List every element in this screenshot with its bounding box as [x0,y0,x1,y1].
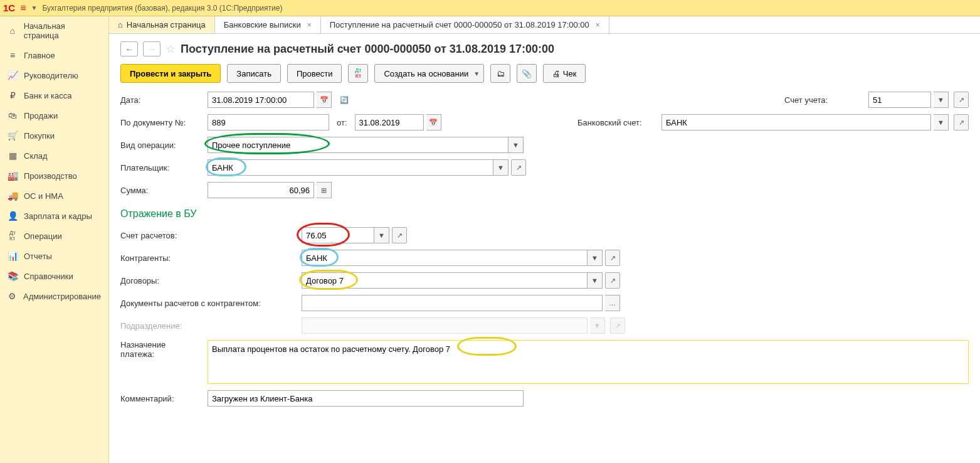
account-label: Счет учета: [784,95,866,105]
more-button[interactable]: … [605,295,620,311]
contracts-input[interactable] [302,272,587,289]
sidebar-item-admin[interactable]: ⚙Администрирование [0,286,108,306]
ruble-icon: ₽ [8,90,18,100]
calendar-button[interactable]: 📅 [426,114,441,130]
bag-icon: 🛍 [8,110,18,120]
save-button[interactable]: Записать [227,64,281,83]
sidebar-item-assets[interactable]: 🚚ОС и НМА [0,186,108,206]
bars-icon: 📊 [8,251,18,261]
tab-bank-statements[interactable]: Банковские выписки× [215,16,321,33]
person-icon: 👤 [8,211,18,221]
date-input[interactable] [208,92,314,108]
sidebar-item-production[interactable]: 🏭Производство [0,166,108,186]
tab-document[interactable]: Поступление на расчетный счет 0000-00005… [321,16,609,33]
sum-input[interactable] [208,182,314,198]
home-icon: ⌂ [8,26,18,36]
open-button[interactable]: ↗ [392,227,407,243]
payer-input[interactable] [208,159,493,176]
post-button[interactable]: Провести [287,64,342,83]
sidebar-item-label: Администрирование [23,292,101,301]
dropdown-icon[interactable]: ▼ [31,4,38,11]
dropdown-button[interactable]: ▼ [934,114,949,130]
sidebar-item-home[interactable]: ⌂Начальная страница [0,16,108,45]
comment-label: Комментарий: [120,394,205,403]
factory-icon: 🏭 [8,171,18,181]
sidebar-item-label: Производство [24,171,77,181]
sidebar-item-purchases[interactable]: 🛒Покупки [0,125,108,146]
purpose-textarea[interactable] [208,340,969,384]
department-input [302,317,587,334]
open-button[interactable]: ↗ [954,114,969,130]
logo-1c-icon: 1C [3,3,15,13]
hierarchy-icon: 🗂 [497,69,505,78]
date-label: Дата: [120,95,205,105]
op-type-input[interactable] [208,137,508,153]
book-icon: 📚 [8,271,18,281]
calculator-icon: ⊞ [321,186,327,194]
sidebar-item-main[interactable]: ≡Главное [0,45,108,65]
dropdown-button[interactable]: ▼ [587,250,603,266]
button-label: Чек [563,69,577,78]
favorite-icon[interactable]: ☆ [166,42,176,56]
counterparties-input[interactable] [302,250,587,266]
tab-label: Начальная страница [127,20,206,29]
sidebar-item-label: ОС и НМА [24,191,63,201]
doc-no-input[interactable] [208,114,329,130]
back-button[interactable]: ← [120,41,138,56]
open-button[interactable]: ↗ [511,159,526,176]
dropdown-button[interactable]: ▼ [374,227,389,243]
sum-label: Сумма: [120,186,205,195]
bank-account-label: Банковский счет: [577,118,659,127]
settle-docs-input[interactable] [302,295,603,311]
attach-button[interactable]: 📎 [517,64,537,83]
open-button[interactable]: ↗ [954,92,969,108]
counterparties-label: Контрагенты: [120,253,299,263]
sidebar-item-label: Банк и касса [24,91,72,100]
dropdown-button[interactable]: ▼ [587,272,603,289]
dtkt-button[interactable]: ДтКт [348,64,368,83]
dropdown-button[interactable]: ▼ [934,92,949,108]
calendar-button[interactable]: 📅 [317,92,332,108]
printer-icon: 🖨 [552,69,561,78]
post-and-close-button[interactable]: Провести и закрыть [120,64,221,83]
sidebar-item-label: Зарплата и кадры [24,211,92,221]
payer-label: Плательщик: [120,163,205,173]
dropdown-button[interactable]: ▼ [508,137,524,153]
refresh-icon[interactable]: 🔄 [337,92,352,108]
gear-icon: ⚙ [8,291,17,301]
settle-acc-label: Счет расчетов: [120,231,299,240]
account-input[interactable] [868,92,931,108]
tab-home[interactable]: ⌂Начальная страница [109,16,215,33]
dropdown-button[interactable]: ▼ [493,159,508,176]
open-button[interactable]: ↗ [605,250,620,266]
tab-label: Поступление на расчетный счет 0000-00005… [330,20,589,29]
sidebar-item-refs[interactable]: 📚Справочники [0,266,108,286]
doc-date-input[interactable] [355,114,424,130]
close-icon[interactable]: × [596,21,600,29]
sidebar-item-reports[interactable]: 📊Отчеты [0,246,108,266]
cheque-button[interactable]: 🖨 Чек [543,64,586,83]
sidebar-item-label: Операции [24,232,62,241]
sidebar-item-label: Руководителю [24,71,78,80]
sidebar-item-bank[interactable]: ₽Банк и касса [0,85,108,105]
contracts-label: Договоры: [120,276,299,285]
calculator-button[interactable]: ⊞ [317,182,332,198]
sidebar: ⌂Начальная страница ≡Главное 📈Руководите… [0,16,109,463]
close-icon[interactable]: × [307,21,312,29]
forward-button[interactable]: → [143,41,161,56]
sidebar-item-warehouse[interactable]: ▦Склад [0,146,108,166]
sidebar-item-hr[interactable]: 👤Зарплата и кадры [0,206,108,226]
open-button[interactable]: ↗ [605,272,620,289]
create-based-button[interactable]: Создать на основании▼ [374,64,484,83]
dropdown-button: ▼ [590,317,605,334]
comment-input[interactable] [208,390,524,407]
bank-account-input[interactable] [661,114,931,130]
list-icon: ≡ [8,50,18,60]
structure-button[interactable]: 🗂 [490,64,510,83]
sidebar-item-manager[interactable]: 📈Руководителю [0,65,108,85]
settle-acc-input[interactable] [302,227,374,243]
menu-icon[interactable]: ≡ [20,3,26,14]
sidebar-item-sales[interactable]: 🛍Продажи [0,105,108,125]
sidebar-item-operations[interactable]: ДтКтОперации [0,226,108,246]
sidebar-item-label: Продажи [24,111,58,120]
